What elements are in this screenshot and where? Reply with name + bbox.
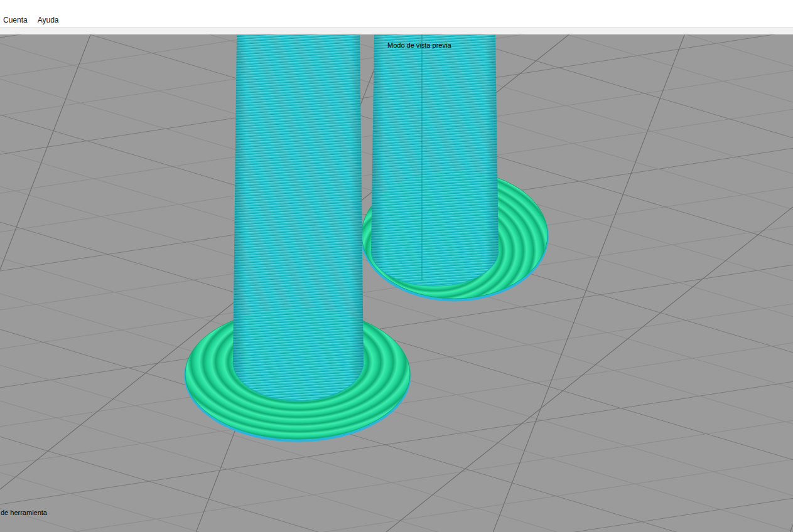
- toolbar-strip: [0, 27, 793, 35]
- application-window: Cuenta Ayuda Modo de vista previa de her…: [0, 0, 793, 532]
- preview-mode-label: Modo de vista previa: [387, 41, 451, 50]
- cylinder-shading: [233, 35, 364, 401]
- build-plate-scene[interactable]: [0, 35, 793, 532]
- viewport-3d[interactable]: Modo de vista previa de herramienta: [0, 35, 793, 532]
- menu-bar: Cuenta Ayuda: [0, 0, 793, 27]
- cylinder-shading: [371, 35, 499, 286]
- tool-status-label: de herramienta: [1, 509, 47, 517]
- menu-item-cuenta[interactable]: Cuenta: [3, 16, 28, 24]
- menu-item-ayuda[interactable]: Ayuda: [38, 16, 59, 24]
